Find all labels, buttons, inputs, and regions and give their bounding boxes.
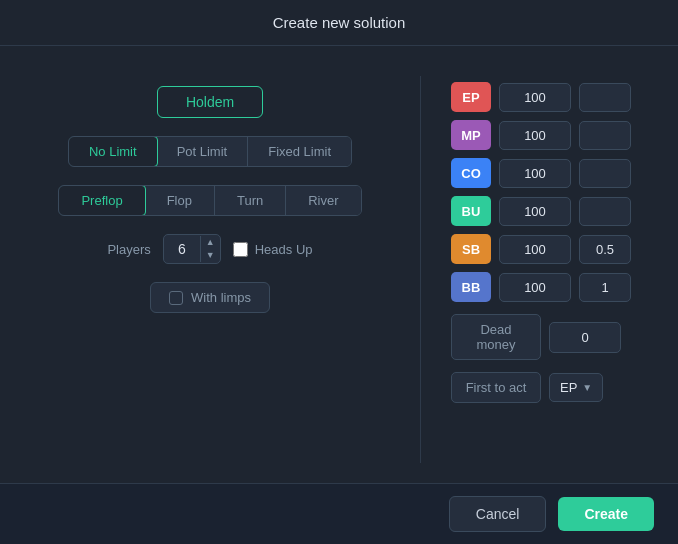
heads-up-label: Heads Up [255, 242, 313, 257]
river-button[interactable]: River [286, 186, 360, 215]
players-increment[interactable]: ▲ [201, 236, 220, 249]
heads-up-checkbox-wrap[interactable]: Heads Up [233, 242, 313, 257]
blind-input-ep[interactable] [579, 83, 631, 112]
position-badge-mp: MP [451, 120, 491, 150]
with-limps-checkbox [169, 291, 183, 305]
stack-input-bb[interactable] [499, 273, 571, 302]
stack-input-sb[interactable] [499, 235, 571, 264]
with-limps-button[interactable]: With limps [150, 282, 270, 313]
first-to-act-select[interactable]: EP ▼ [549, 373, 603, 402]
turn-button[interactable]: Turn [215, 186, 286, 215]
fixed-limit-button[interactable]: Fixed Limit [248, 137, 351, 166]
preflop-button[interactable]: Preflop [58, 185, 145, 216]
player-row-ep: EP [451, 82, 648, 112]
blind-input-bb[interactable] [579, 273, 631, 302]
players-input[interactable] [164, 235, 200, 263]
first-to-act-value: EP [560, 380, 577, 395]
players-spinners: ▲ ▼ [200, 236, 220, 262]
dead-money-label: Dead money [451, 314, 541, 360]
stack-input-ep[interactable] [499, 83, 571, 112]
with-limps-label: With limps [191, 290, 251, 305]
position-badge-bu: BU [451, 196, 491, 226]
first-to-act-label: First to act [451, 372, 541, 403]
limit-toggle-group: No Limit Pot Limit Fixed Limit [68, 136, 352, 167]
position-badge-bb: BB [451, 272, 491, 302]
player-row-co: CO [451, 158, 648, 188]
dead-money-row: Dead money [451, 314, 648, 360]
stack-input-bu[interactable] [499, 197, 571, 226]
dead-money-input[interactable] [549, 322, 621, 353]
player-row-sb: SB [451, 234, 648, 264]
right-panel: EP MP CO BU [451, 76, 648, 463]
chevron-down-icon: ▼ [582, 382, 592, 393]
no-limit-button[interactable]: No Limit [68, 136, 158, 167]
player-row-bu: BU [451, 196, 648, 226]
players-decrement[interactable]: ▼ [201, 249, 220, 262]
stack-input-mp[interactable] [499, 121, 571, 150]
create-button[interactable]: Create [558, 497, 654, 531]
street-toggle-group: Preflop Flop Turn River [58, 185, 361, 216]
stack-input-co[interactable] [499, 159, 571, 188]
blind-input-mp[interactable] [579, 121, 631, 150]
pot-limit-button[interactable]: Pot Limit [157, 137, 249, 166]
flop-button[interactable]: Flop [145, 186, 215, 215]
position-badge-ep: EP [451, 82, 491, 112]
blind-input-co[interactable] [579, 159, 631, 188]
dialog-footer: Cancel Create [0, 483, 678, 544]
players-row: Players ▲ ▼ Heads Up [107, 234, 312, 264]
title-text: Create new solution [273, 14, 406, 31]
player-row-mp: MP [451, 120, 648, 150]
blind-input-sb[interactable] [579, 235, 631, 264]
first-to-act-row: First to act EP ▼ [451, 372, 648, 403]
players-input-wrap: ▲ ▼ [163, 234, 221, 264]
dialog-title: Create new solution [0, 0, 678, 46]
position-badge-co: CO [451, 158, 491, 188]
blind-input-bu[interactable] [579, 197, 631, 226]
cancel-button[interactable]: Cancel [449, 496, 547, 532]
holdem-button[interactable]: Holdem [157, 86, 263, 118]
player-row-bb: BB [451, 272, 648, 302]
vertical-divider [420, 76, 421, 463]
heads-up-checkbox[interactable] [233, 242, 248, 257]
position-badge-sb: SB [451, 234, 491, 264]
players-label: Players [107, 242, 150, 257]
